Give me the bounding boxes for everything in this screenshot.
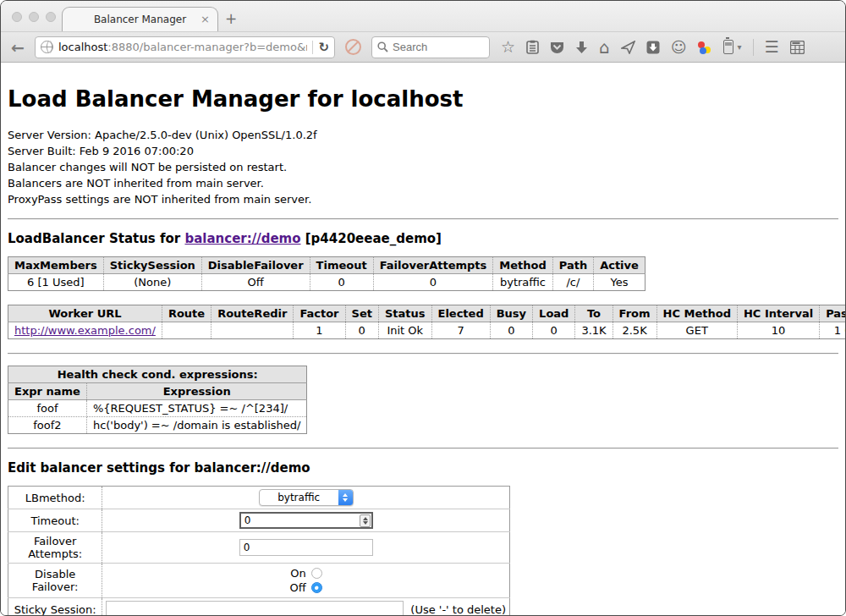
number-stepper-icon[interactable] <box>360 514 371 527</box>
tab-close-icon[interactable]: × <box>201 13 210 25</box>
site-identity-globe-icon[interactable] <box>41 41 53 53</box>
health-expr-row: foof %{REQUEST_STATUS} =~ /^[234]/ <box>8 400 307 417</box>
window-controls[interactable] <box>12 12 56 22</box>
timeout-input[interactable] <box>239 512 373 529</box>
panel-download-icon[interactable] <box>646 41 660 54</box>
overflow-caret-icon[interactable]: ▾ <box>738 43 742 52</box>
inherit-note: Balancers are NOT inherited from main se… <box>8 175 838 191</box>
reload-icon[interactable]: ↻ <box>318 40 331 55</box>
search-icon <box>377 41 388 52</box>
back-button[interactable]: ← <box>8 38 28 57</box>
proxypass-note: ProxyPass settings are NOT inherited fro… <box>8 191 838 207</box>
toolbar-icons: ☆ ⌂ ☺ ▾ ☰ <box>501 39 805 56</box>
worker-row: http://www.example.com/ 1 0 Init Ok 7 0 … <box>8 322 846 339</box>
select-stepper-icon <box>338 490 353 505</box>
sticky-session-input[interactable] <box>106 601 404 615</box>
section-divider <box>8 353 838 355</box>
balancer-demo-link[interactable]: balancer://demo <box>184 231 300 246</box>
disable-failover-label: Disable Failover: <box>8 564 102 598</box>
zoom-window-button[interactable] <box>46 12 56 22</box>
lbmethod-label: LBmethod: <box>8 487 102 509</box>
section-divider <box>8 218 838 220</box>
content-blocked-icon[interactable] <box>345 39 361 55</box>
persist-note: Balancer changes will NOT be persisted o… <box>8 159 838 175</box>
server-info: Server Version: Apache/2.5.0-dev (Unix) … <box>8 127 838 207</box>
radio-on-label: On <box>290 567 305 580</box>
worker-url-link[interactable]: http://www.example.com/ <box>14 324 156 337</box>
forum-smiley-icon[interactable]: ☺ <box>671 40 687 55</box>
url-bar[interactable]: localhost:8880/balancer-manager?b=demo&n… <box>35 36 335 58</box>
pocket-icon[interactable] <box>550 41 564 54</box>
edit-settings-heading: Edit balancer settings for balancer://de… <box>8 460 838 476</box>
tab-balancer-manager[interactable]: Balancer Manager × <box>62 7 218 31</box>
radio-off-label: Off <box>290 581 306 594</box>
new-tab-button[interactable]: + <box>218 8 244 30</box>
colors-addon-icon[interactable] <box>698 40 712 54</box>
health-check-title: Health check cond. expressions: <box>8 366 307 383</box>
send-icon[interactable] <box>621 41 635 54</box>
url-text[interactable]: localhost:8880/balancer-manager?b=demo&n… <box>58 41 307 53</box>
browser-window: Balancer Manager × + ← localhost:8880/ba… <box>0 0 846 616</box>
downloads-icon[interactable] <box>575 41 588 54</box>
close-window-button[interactable] <box>12 12 22 22</box>
section-divider <box>8 448 838 449</box>
page-content: Load Balancer Manager for localhost Serv… <box>1 63 845 615</box>
failover-attempts-input[interactable] <box>239 539 373 556</box>
edit-balancer-form: LBmethod: bytraffic Timeout: <box>8 486 510 615</box>
tiles-addon-icon[interactable] <box>790 41 805 54</box>
battery-addon-icon[interactable] <box>723 40 733 54</box>
health-check-table: Health check cond. expressions: Expr nam… <box>8 366 307 434</box>
server-built: Server Built: Feb 9 2016 07:00:20 <box>8 143 838 159</box>
balancer-params-table: MaxMembers StickySession DisableFailover… <box>8 256 645 291</box>
worker-table: Worker URL Route RouteRedir Factor Set S… <box>8 305 845 339</box>
tab-strip: Balancer Manager × + <box>1 1 845 31</box>
loadbalancer-status-heading: LoadBalancer Status for balancer://demo … <box>8 231 838 246</box>
server-version: Server Version: Apache/2.5.0-dev (Unix) … <box>8 127 838 143</box>
search-input[interactable] <box>393 41 477 53</box>
lbmethod-select[interactable]: bytraffic <box>259 489 354 506</box>
minimize-window-button[interactable] <box>29 12 39 22</box>
balancer-params-row: 6 [1 Used] (None) Off 0 0 bytraffic /c/ … <box>8 274 645 291</box>
disable-failover-off-radio[interactable] <box>311 582 322 593</box>
disable-failover-on-radio[interactable] <box>311 568 322 579</box>
sticky-session-hint: (Use '-' to delete) <box>410 603 506 616</box>
bookmark-star-icon[interactable]: ☆ <box>501 39 515 55</box>
tab-title: Balancer Manager <box>94 14 186 25</box>
reading-list-icon[interactable] <box>526 40 539 54</box>
home-icon[interactable]: ⌂ <box>599 39 610 56</box>
failover-attempts-label: Failover Attempts: <box>8 532 102 564</box>
sticky-session-label: Sticky Session: <box>8 598 102 616</box>
menu-hamburger-icon[interactable]: ☰ <box>765 39 779 55</box>
health-expr-row: foof2 hc('body') =~ /domain is establish… <box>8 417 307 434</box>
navigation-toolbar: ← localhost:8880/balancer-manager?b=demo… <box>1 31 845 63</box>
timeout-label: Timeout: <box>8 509 102 532</box>
page-title: Load Balancer Manager for localhost <box>8 86 838 112</box>
search-bar[interactable] <box>371 36 490 58</box>
